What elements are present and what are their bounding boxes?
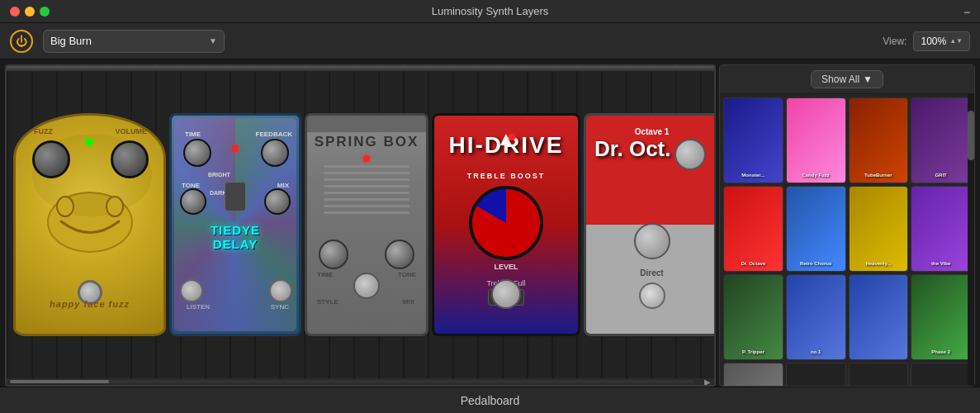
spring-name-label: SPRING BOX [315, 134, 419, 150]
spring-tone-knob[interactable] [385, 240, 414, 269]
hidrive-stomp[interactable] [491, 279, 521, 309]
delay-time-label: TIME [185, 131, 201, 138]
delay-tone-knob[interactable] [180, 188, 206, 215]
titlebar-right: ━ [964, 4, 970, 19]
browser-pedal-label: no.1 [787, 348, 845, 356]
main-area: FUZZ VOLUME happy face fuzz [0, 59, 980, 387]
pedal-browser-grid: Monster...Candy FuzzTubeBurnerGRITDr. Oc… [720, 94, 974, 386]
toolbar: ⏻ Big Burn ▼ View: 100% ▲▼ [0, 23, 980, 59]
bottom-bar: Pedalboard [0, 387, 980, 413]
pedal-hidrive[interactable]: HI-DRIVE ▲ TREBLE BOOST LEVEL Treble / F… [432, 113, 580, 336]
view-zoom-value: 100% [921, 36, 946, 47]
toolbar-right: View: 100% ▲▼ [883, 31, 970, 51]
spring-mix-label: MIX [403, 298, 414, 306]
browser-pedal-label: Dr. Octave [724, 259, 783, 268]
oct-mid-knob[interactable] [634, 223, 670, 259]
browser-pedal-label: the Vibe [911, 259, 970, 268]
fuzz-knob2[interactable] [111, 140, 149, 178]
browser-pedal-item[interactable]: Heavenly... [849, 186, 909, 272]
fuzz-knob1[interactable] [32, 140, 70, 178]
window-minimize-icon: ━ [964, 7, 970, 17]
preset-name: Big Burn [50, 35, 92, 47]
spring-coil-visual [324, 165, 410, 231]
browser-pedal-item[interactable]: no.1 [786, 274, 846, 360]
oct-top-knob[interactable] [675, 139, 706, 170]
spring-style-label: STYLE [317, 298, 339, 306]
view-zoom-arrow-icon: ▲▼ [949, 37, 963, 45]
browser-pedal-item[interactable] [849, 363, 909, 386]
spring-led [363, 155, 370, 162]
minimize-button[interactable] [25, 7, 35, 17]
spring-stomp[interactable] [353, 273, 380, 299]
fuzz-name-label: happy face fuzz [50, 299, 130, 309]
browser-pedal-item[interactable]: Retro Chorus [786, 186, 846, 272]
traffic-lights[interactable] [10, 7, 50, 17]
preset-dropdown[interactable]: Big Burn ▼ [43, 30, 225, 53]
close-button[interactable] [10, 7, 20, 17]
browser-pedal-item[interactable]: Monster... [723, 97, 784, 183]
scroll-track [10, 380, 694, 383]
fuzz-knob2-label: VOLUME [115, 127, 147, 135]
browser-pedal-item[interactable] [786, 363, 846, 386]
delay-stomp2[interactable] [269, 279, 292, 302]
show-all-arrow-icon: ▼ [863, 74, 873, 85]
pedal-spring[interactable]: SPRING BOX TIM [305, 113, 428, 336]
fuzz-led [86, 139, 92, 145]
oct-direct-label: Direct [640, 268, 663, 278]
browser-pedal-label: P. Tripper [724, 348, 783, 356]
delay-name-label: TIEDYEDELAY [211, 223, 260, 251]
delay-listen-label: LISTEN [187, 303, 210, 311]
browser-pedal-item[interactable]: Phase 2 [911, 274, 971, 360]
delay-time-knob[interactable] [183, 139, 211, 167]
browser-pedal-item[interactable]: GRIT [911, 97, 971, 183]
fuzz-face [45, 190, 135, 240]
spring-time-label: TIME [317, 271, 333, 278]
browser-scrollbar[interactable] [968, 94, 974, 386]
browser-pedal-label: TubeBurner [850, 171, 908, 179]
pedal-delay[interactable]: TIME FEEDBACK BRIGHT DARK TONE MIX [169, 113, 301, 336]
svg-point-0 [57, 197, 73, 216]
pedalboard-surface[interactable]: FUZZ VOLUME happy face fuzz [7, 71, 714, 378]
fuzz-knob1-label: FUZZ [34, 127, 53, 135]
browser-pedal-item[interactable]: FLANGE [723, 363, 784, 386]
pedal-oct[interactable]: Octave 1 Dr. Oct. Direct [584, 113, 714, 336]
bottom-title: Pedalboard [461, 394, 520, 407]
hidrive-level-knob[interactable] [469, 186, 543, 260]
spring-time-knob[interactable] [319, 240, 348, 269]
browser-pedal-label: Phase 2 [911, 348, 970, 356]
browser-pedal-label: GRIT [911, 171, 970, 179]
browser-pedal-item[interactable]: Candy Fuzz [786, 97, 846, 183]
fullscreen-button[interactable] [40, 7, 50, 17]
scroll-thumb[interactable] [10, 380, 109, 383]
browser-pedal-item[interactable] [849, 274, 909, 360]
hidrive-led [509, 134, 515, 140]
delay-stomp1[interactable] [180, 279, 203, 302]
oct-octave1-label: Octave 1 [635, 127, 670, 136]
browser-pedal-item[interactable] [911, 363, 971, 386]
view-label: View: [883, 36, 907, 47]
browser-pedal-item[interactable]: P. Tripper [723, 274, 784, 360]
oct-stomp[interactable] [639, 282, 665, 309]
view-zoom-select[interactable]: 100% ▲▼ [913, 31, 970, 51]
spring-tone-label: TONE [398, 271, 416, 278]
app-title: Luminosity Synth Layers [432, 5, 549, 17]
pedalboard-area: FUZZ VOLUME happy face fuzz [5, 64, 716, 387]
browser-pedal-label: Retro Chorus [787, 259, 845, 268]
delay-feedback-label: FEEDBACK [256, 131, 292, 138]
power-button[interactable]: ⏻ [10, 30, 33, 53]
browser-pedal-label: Candy Fuzz [787, 171, 845, 179]
scroll-right-arrow-icon[interactable]: ▶ [704, 377, 711, 387]
browser-pedal-item[interactable]: the Vibe [911, 186, 971, 272]
show-all-button[interactable]: Show All ▼ [811, 70, 883, 88]
pedal-fuzz[interactable]: FUZZ VOLUME happy face fuzz [13, 113, 166, 336]
delay-feedback-knob[interactable] [261, 139, 289, 167]
browser-scrollbar-thumb[interactable] [968, 111, 974, 160]
delay-sync-label: SYNC [271, 303, 289, 311]
browser-pedal-label: Heavenly... [850, 259, 908, 268]
browser-pedal-item[interactable]: TubeBurner [849, 97, 909, 183]
browser-pedal-item[interactable]: Dr. Octave [723, 186, 784, 272]
pedalboard-scrollbar[interactable]: ▶ [7, 378, 714, 385]
delay-mix-knob[interactable] [264, 188, 291, 215]
delay-bright-switch[interactable] [225, 182, 246, 211]
delay-bright-label: BRIGHT [208, 172, 230, 178]
